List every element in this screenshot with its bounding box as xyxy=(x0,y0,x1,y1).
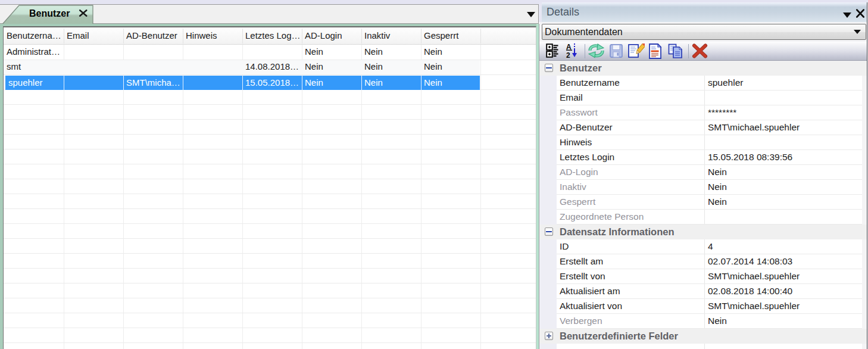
svg-text:2: 2 xyxy=(566,51,570,58)
